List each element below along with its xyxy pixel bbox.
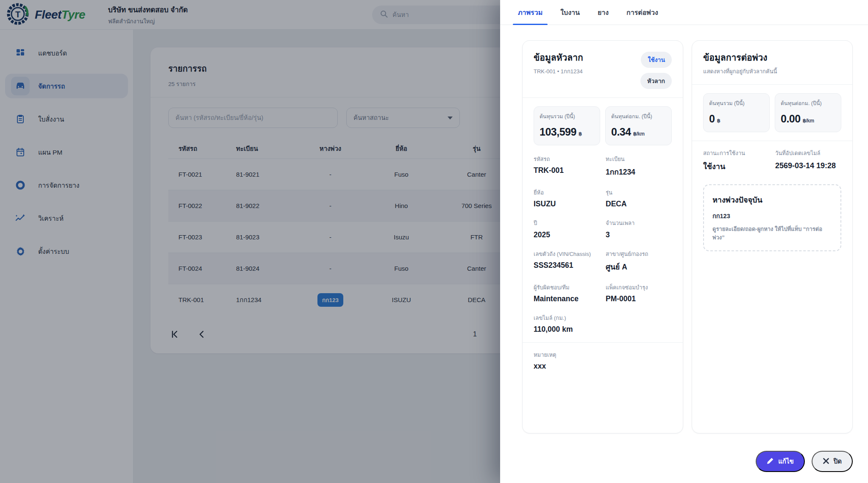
truck-card-subtitle: TRK-001 • 1กก1234 — [534, 67, 583, 76]
tab-active[interactable]: ภาพรวม — [518, 0, 542, 25]
divider — [692, 84, 852, 85]
detail-field: เลขตัวถัง (VIN/Chassis)SSS234561 — [534, 250, 600, 273]
detail-field: เลขไมล์ (กม.)110,000 km — [534, 314, 600, 334]
tab-item[interactable]: การต่อพ่วง — [626, 0, 658, 25]
field-label: รุ่น — [606, 189, 672, 197]
trailer-code: กก123 — [712, 211, 832, 221]
field-label: จำนวนเพลา — [606, 219, 672, 227]
stat-total-cost: ต้นทุนรวม (ปีนี้) 0฿ — [703, 93, 770, 132]
field-label: แพ็คเกจซ่อมบำรุง — [606, 284, 672, 291]
field-label: เลขตัวถัง (VIN/Chassis) — [534, 250, 600, 258]
detail-field: จำนวนเพลา3 — [606, 219, 672, 239]
vehicle-type-badge: หัวลาก — [640, 73, 672, 89]
panel-actions: แก้ไข ปิด — [756, 451, 853, 472]
app-root: T FleetTyre บริษัท ขนส่งทดสอบ จำกัด ฟลีต… — [0, 0, 868, 483]
detail-field: ทะเบียน1กก1234 — [606, 155, 672, 178]
tab-item[interactable]: ยาง — [598, 0, 609, 25]
field-value: 110,000 km — [534, 325, 600, 334]
edit-button[interactable]: แก้ไข — [756, 451, 805, 472]
detail-field: แพ็คเกจซ่อมบำรุงPM-0001 — [606, 284, 672, 303]
divider — [523, 97, 683, 98]
close-button[interactable]: ปิด — [812, 451, 853, 472]
field-value: ISUZU — [534, 200, 600, 208]
stat-total-cost: ต้นทุนรวม (ปีนี้) 103,599฿ — [534, 106, 600, 145]
divider — [692, 141, 852, 141]
note-field: หมายเหตุ xxx — [534, 351, 672, 371]
field-value: ศูนย์ A — [606, 261, 672, 273]
status-badge: ใช้งาน — [641, 52, 672, 68]
field-label: เลขไมล์ (กม.) — [534, 314, 600, 322]
field-value: SSS234561 — [534, 261, 600, 270]
field-value: DECA — [606, 200, 672, 208]
field-value: 2025 — [534, 230, 600, 239]
truck-card-title: ข้อมูลหัวลาก — [534, 52, 583, 64]
coupling-card-subtitle: แสดงหางที่ผูกอยู่กับหัวลากคันนี้ — [703, 67, 841, 76]
detail-field: สาขา/ศูนย์/กองรถศูนย์ A — [606, 250, 672, 273]
field-value: 3 — [606, 230, 672, 239]
field-value: PM-0001 — [606, 294, 672, 303]
detail-field: ปี2025 — [534, 219, 600, 239]
truck-cost-stats: ต้นทุนรวม (ปีนี้) 103,599฿ ต้นทุนต่อกม. … — [534, 106, 672, 145]
field-value: 1กก1234 — [606, 166, 672, 178]
detail-field: ยี่ห้อISUZU — [534, 189, 600, 208]
pencil-icon — [767, 457, 774, 466]
stat-cost-per-km: ต้นทุนต่อกม. (ปีนี้) 0.00฿/km — [775, 93, 841, 132]
coupling-status-grid: สถานะการใช้งาน ใช้งาน วันที่อัปเดตเลขไมล… — [703, 150, 841, 172]
divider — [523, 342, 683, 343]
field-value: Maintenance — [534, 294, 600, 303]
field-label: รหัสรถ — [534, 155, 600, 163]
detail-field: รุ่นDECA — [606, 189, 672, 208]
field-value: TRK-001 — [534, 166, 600, 175]
current-trailer-card: หางพ่วงปัจจุบัน กก123 ดูรายละเอียด/ถอด-ผ… — [703, 184, 841, 251]
coupling-cost-stats: ต้นทุนรวม (ปีนี้) 0฿ ต้นทุนต่อกม. (ปีนี้… — [703, 93, 841, 132]
truck-fields-grid: รหัสรถTRK-001ทะเบียน1กก1234ยี่ห้อISUZUรุ… — [534, 155, 672, 334]
mileage-updated-field: วันที่อัปเดตเลขไมล์ 2569-03-14 19:28 — [775, 150, 841, 172]
x-icon — [823, 458, 829, 466]
truck-info-card: ข้อมูลหัวลาก TRK-001 • 1กก1234 ใช้งาน หั… — [522, 40, 683, 433]
coupling-info-card: ข้อมูลการต่อพ่วง แสดงหางที่ผูกอยู่กับหัว… — [692, 40, 853, 433]
truck-chips: ใช้งาน หัวลาก — [640, 52, 672, 89]
field-label: ทะเบียน — [606, 155, 672, 163]
detail-field: รหัสรถTRK-001 — [534, 155, 600, 178]
field-label: ผู้รับผิดชอบ/ทีม — [534, 284, 600, 291]
usage-status-field: สถานะการใช้งาน ใช้งาน — [703, 150, 769, 172]
field-label: ยี่ห้อ — [534, 189, 600, 197]
field-label: ปี — [534, 219, 600, 227]
vehicle-detail-panel: ภาพรวมใบงานยางการต่อพ่วง ข้อมูลหัวลาก TR… — [500, 0, 868, 483]
detail-field: ผู้รับผิดชอบ/ทีมMaintenance — [534, 284, 600, 303]
field-label: สาขา/ศูนย์/กองรถ — [606, 250, 672, 258]
coupling-card-title: ข้อมูลการต่อพ่วง — [703, 52, 841, 64]
panel-tabs: ภาพรวมใบงานยางการต่อพ่วง — [500, 0, 868, 25]
stat-cost-per-km: ต้นทุนต่อกม. (ปีนี้) 0.34฿/km — [605, 106, 672, 145]
tab-item[interactable]: ใบงาน — [560, 0, 580, 25]
